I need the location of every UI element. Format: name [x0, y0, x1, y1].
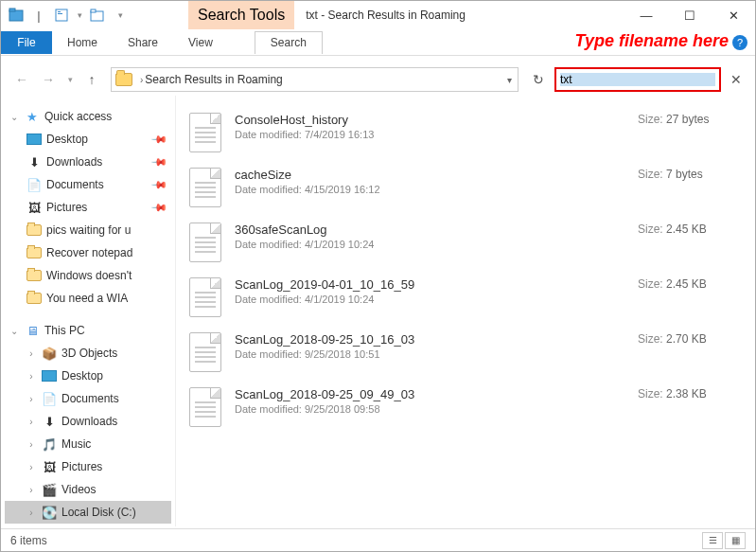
tree-quick-access[interactable]: ⌄ ★ Quick access: [5, 105, 171, 128]
file-size: Size: 7 bytes: [638, 168, 742, 181]
address-dropdown-icon[interactable]: ▾: [507, 75, 512, 85]
item-label: Documents: [46, 178, 104, 191]
up-button[interactable]: ↑: [80, 68, 103, 91]
chevron-right-icon[interactable]: ›: [26, 348, 37, 359]
sidebar-quick-item[interactable]: Windows doesn't: [5, 264, 171, 287]
qat-separator: |: [27, 4, 50, 27]
chevron-right-icon[interactable]: ›: [26, 485, 37, 495]
item-icon: 🎵: [41, 436, 58, 452]
item-icon: 📄: [41, 391, 58, 406]
navigation-pane: ⌄ ★ Quick access Desktop📌⬇Downloads📌📄Doc…: [1, 96, 176, 526]
thumbnails-view-button[interactable]: ▦: [725, 532, 746, 549]
maximize-button[interactable]: ☐: [668, 1, 712, 29]
result-row[interactable]: cacheSize Date modified: 4/15/2019 16:12…: [189, 160, 742, 215]
sidebar-quick-item[interactable]: pics waiting for u: [5, 219, 171, 241]
sidebar-pc-item[interactable]: ›🎬Videos: [5, 478, 171, 501]
result-row[interactable]: ScanLog_2019-04-01_10_16_59 Date modifie…: [189, 270, 742, 325]
file-size: Size: 2.45 KB: [638, 277, 742, 291]
chevron-right-icon[interactable]: ›: [26, 371, 37, 382]
address-text: Search Results in Roaming: [145, 73, 505, 86]
item-icon: [26, 291, 43, 306]
search-input[interactable]: [560, 73, 715, 86]
this-pc-label: This PC: [44, 324, 85, 337]
file-size: Size: 2.70 KB: [638, 332, 742, 346]
file-name: cacheSize: [235, 168, 624, 182]
close-button[interactable]: ✕: [712, 1, 755, 29]
search-box[interactable]: [554, 67, 721, 92]
tab-view[interactable]: View: [173, 31, 228, 54]
sidebar-pc-item[interactable]: ›💽Local Disk (C:): [5, 501, 171, 524]
item-label: Videos: [62, 483, 96, 496]
tab-search[interactable]: Search: [255, 31, 323, 54]
clear-search-button[interactable]: ✕: [727, 67, 746, 92]
svg-rect-1: [9, 9, 15, 11]
result-row[interactable]: 360safeScanLog Date modified: 4/1/2019 1…: [189, 215, 742, 270]
tab-home[interactable]: Home: [52, 31, 113, 54]
tree-this-pc[interactable]: ⌄ 🖥 This PC: [5, 319, 171, 342]
chevron-right-icon[interactable]: ›: [26, 439, 37, 450]
refresh-button[interactable]: ↻: [526, 67, 551, 92]
item-label: Recover notepad: [46, 246, 132, 259]
item-label: Desktop: [62, 369, 103, 383]
item-icon: 📦: [41, 346, 58, 361]
item-icon: ⬇: [26, 154, 43, 169]
sidebar-quick-item[interactable]: 📄Documents📌: [5, 173, 171, 196]
sidebar-quick-item[interactable]: Recover notepad: [5, 241, 171, 264]
sidebar-pc-item[interactable]: ›🖼Pictures: [5, 455, 171, 478]
svg-rect-4: [58, 13, 62, 14]
sidebar-pc-item[interactable]: ›📄Documents: [5, 387, 171, 410]
chevron-right-icon[interactable]: ›: [26, 417, 37, 427]
chevron-right-icon[interactable]: ›: [26, 394, 37, 404]
file-date: Date modified: 4/1/2019 10:24: [235, 239, 624, 250]
minimize-button[interactable]: —: [624, 1, 668, 29]
sidebar-quick-item[interactable]: Desktop📌: [5, 128, 171, 151]
explorer-icon[interactable]: [5, 4, 27, 27]
result-row[interactable]: ScanLog_2018-09-25_09_49_03 Date modifie…: [189, 380, 742, 435]
file-date: Date modified: 9/25/2018 10:51: [235, 348, 624, 360]
sidebar-pc-item[interactable]: ›Desktop: [5, 365, 171, 387]
sidebar-pc-item[interactable]: ›📦3D Objects: [5, 342, 171, 365]
file-tab[interactable]: File: [1, 31, 52, 54]
sidebar-pc-item[interactable]: ›🎵Music: [5, 433, 171, 455]
result-row[interactable]: ConsoleHost_history Date modified: 7/4/2…: [189, 105, 742, 160]
back-button[interactable]: ←: [10, 68, 33, 91]
chevron-right-icon[interactable]: ›: [26, 507, 37, 518]
item-label: Pictures: [62, 460, 102, 473]
sidebar-pc-item[interactable]: ›⬇Downloads: [5, 410, 171, 433]
chevron-down-icon[interactable]: ⌄: [9, 112, 20, 122]
tab-share[interactable]: Share: [113, 31, 173, 54]
qat-dropdown-icon[interactable]: ▾: [73, 4, 86, 27]
file-date: Date modified: 4/1/2019 10:24: [235, 294, 624, 305]
search-tools-contextual-tab: Search Tools: [188, 1, 294, 29]
file-icon: [189, 113, 221, 152]
qat-newfolder-icon[interactable]: [86, 4, 109, 27]
forward-button[interactable]: →: [37, 68, 60, 91]
folder-icon: [115, 73, 132, 86]
navigation-bar: ← → ▾ ↑ › Search Results in Roaming ▾ ↻ …: [1, 63, 755, 96]
qat-customize-icon[interactable]: ▾: [109, 4, 132, 27]
file-icon: [189, 332, 221, 372]
item-label: You need a WIA: [46, 292, 128, 305]
star-icon: ★: [24, 109, 41, 124]
sidebar-quick-item[interactable]: ⬇Downloads📌: [5, 151, 171, 173]
results-pane: ConsoleHost_history Date modified: 7/4/2…: [176, 96, 755, 526]
details-view-button[interactable]: ☰: [702, 532, 723, 549]
item-icon: 🎬: [41, 482, 58, 497]
item-label: Documents: [62, 392, 119, 405]
address-chevron-icon[interactable]: ›: [140, 75, 143, 85]
pin-icon: 📌: [149, 198, 167, 216]
recent-dropdown-icon[interactable]: ▾: [63, 68, 77, 91]
qat-properties-icon[interactable]: [50, 4, 73, 27]
sidebar-quick-item[interactable]: You need a WIA: [5, 287, 171, 310]
pc-icon: 🖥: [24, 323, 41, 338]
chevron-down-icon[interactable]: ⌄: [9, 326, 20, 336]
address-bar[interactable]: › Search Results in Roaming ▾: [111, 67, 519, 92]
sidebar-pc-item[interactable]: ›💽Local Disk (D:): [5, 524, 171, 526]
item-icon: [26, 132, 43, 147]
help-icon[interactable]: ?: [732, 35, 747, 50]
file-icon: [189, 223, 221, 262]
sidebar-quick-item[interactable]: 🖼Pictures📌: [5, 196, 171, 219]
file-size: Size: 27 bytes: [638, 113, 742, 126]
result-row[interactable]: ScanLog_2018-09-25_10_16_03 Date modifie…: [189, 325, 742, 380]
chevron-right-icon[interactable]: ›: [26, 462, 37, 472]
